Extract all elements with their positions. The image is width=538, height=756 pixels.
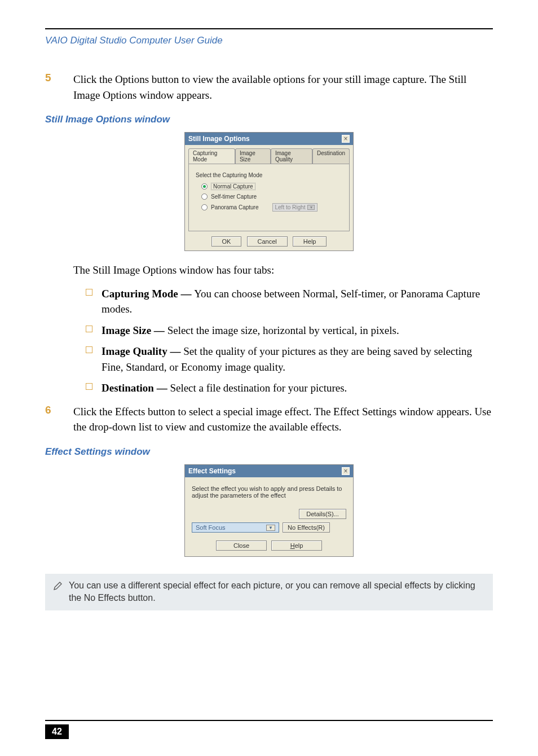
note-box: You can use a different special effect f…	[45, 574, 493, 610]
dialog-title: Still Image Options	[188, 135, 250, 143]
bullet-icon	[86, 383, 92, 396]
close-icon[interactable]: ×	[342, 135, 350, 143]
radio-self-timer-capture[interactable]: Self-timer Capture	[201, 194, 342, 200]
note-pencil-icon	[53, 579, 64, 605]
panorama-direction-select: Left to Right▼	[272, 203, 318, 212]
panel-label: Select the Capturing Mode	[196, 172, 342, 178]
tab-destination[interactable]: Destination	[312, 148, 350, 164]
radio-icon	[201, 204, 208, 210]
bullet-destination: Destination — Select a file destination …	[102, 380, 493, 396]
tab-image-size[interactable]: Image Size	[235, 148, 271, 164]
help-button[interactable]: Help	[293, 236, 327, 247]
dialog-title: Effect Settings	[188, 467, 236, 475]
svg-rect-1	[86, 326, 92, 332]
cancel-button[interactable]: Cancel	[247, 236, 288, 247]
effect-instruction-text: Select the effect you wish to apply and …	[192, 485, 346, 499]
svg-rect-3	[86, 383, 92, 390]
tab-capturing-mode[interactable]: Capturing Mode	[188, 148, 235, 164]
svg-rect-0	[86, 289, 92, 296]
effect-settings-dialog: Effect Settings × Select the effect you …	[184, 464, 354, 557]
chevron-down-icon: ▼	[266, 525, 275, 531]
page-header: VAIO Digital Studio Computer User Guide	[45, 35, 493, 46]
help-button[interactable]: Help	[271, 540, 322, 551]
close-icon[interactable]: ×	[342, 467, 350, 475]
bullet-icon	[86, 346, 92, 375]
still-image-options-dialog: Still Image Options × Capturing Mode Ima…	[184, 132, 354, 251]
radio-icon	[201, 183, 208, 190]
page-number: 42	[45, 724, 69, 739]
step-number-5: 5	[45, 72, 73, 103]
no-effects-button[interactable]: No Effects(R)	[283, 522, 330, 533]
bullet-icon	[86, 325, 92, 339]
radio-label: Normal Capture	[211, 183, 255, 190]
details-button[interactable]: Details(S)...	[299, 509, 346, 519]
step-6-text: Click the Effects button to select a spe…	[73, 404, 493, 435]
tab-image-quality[interactable]: Image Quality	[271, 148, 312, 164]
step-number-6: 6	[45, 404, 73, 435]
bullet-icon	[86, 288, 92, 317]
effect-select[interactable]: Soft Focus▼	[192, 522, 279, 533]
svg-rect-2	[86, 346, 92, 353]
caption-effect-settings: Effect Settings window	[45, 446, 493, 458]
paragraph-four-tabs: The Still Image Options window has four …	[73, 262, 493, 278]
note-text: You can use a different special effect f…	[69, 579, 485, 605]
radio-label: Panorama Capture	[211, 204, 259, 210]
radio-icon	[201, 194, 208, 200]
bullet-capturing-mode: Capturing Mode — You can choose between …	[102, 286, 493, 317]
ok-button[interactable]: OK	[211, 236, 242, 247]
step-5-text: Click the Options button to view the ava…	[73, 72, 493, 103]
radio-panorama-capture[interactable]: Panorama Capture Left to Right▼	[201, 203, 342, 212]
radio-label: Self-timer Capture	[211, 194, 257, 200]
close-button[interactable]: Close	[216, 540, 267, 551]
bullet-image-size: Image Size — Select the image size, hori…	[102, 323, 493, 339]
caption-still-image-options: Still Image Options window	[45, 114, 493, 125]
radio-normal-capture[interactable]: Normal Capture	[201, 183, 342, 190]
bullet-image-quality: Image Quality — Set the quality of your …	[102, 344, 493, 375]
